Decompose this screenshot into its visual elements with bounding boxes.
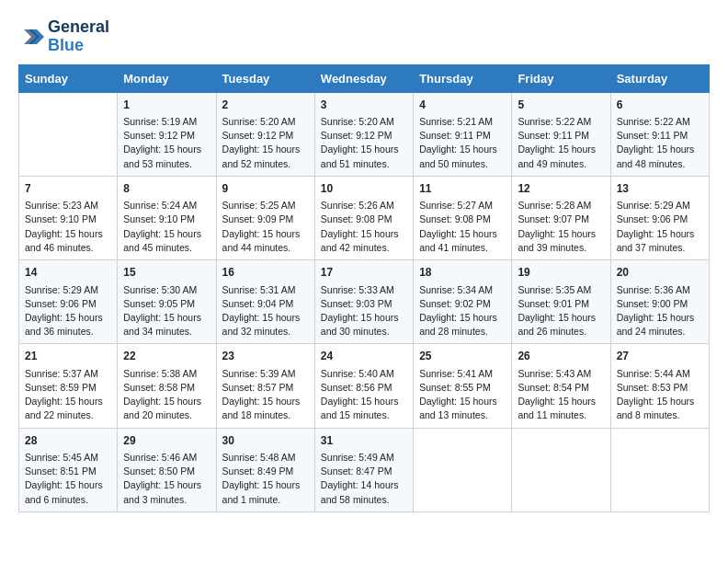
day-info-line: Sunset: 8:56 PM [321, 381, 407, 395]
day-info-line: Daylight: 15 hours [25, 227, 111, 241]
day-info-line: Daylight: 15 hours [222, 311, 309, 325]
day-info-line: Daylight: 15 hours [123, 311, 210, 325]
day-info-line: Sunset: 9:08 PM [419, 213, 506, 226]
header-day-friday: Friday [512, 64, 610, 92]
day-info-line: Daylight: 15 hours [617, 143, 703, 156]
day-info-line: Sunrise: 5:29 AM [25, 283, 111, 297]
header-day-sunday: Sunday [19, 64, 118, 92]
day-info-line: Sunset: 9:10 PM [25, 213, 111, 226]
day-info-line: Sunrise: 5:27 AM [419, 199, 506, 213]
day-info-line: Sunset: 9:05 PM [123, 297, 210, 311]
logo-line1: General [48, 18, 109, 37]
calendar-cell: 17Sunrise: 5:33 AMSunset: 9:03 PMDayligh… [314, 260, 413, 344]
day-info-line: Sunrise: 5:23 AM [25, 199, 111, 213]
day-number: 20 [617, 265, 703, 281]
day-info-line: Daylight: 15 hours [222, 143, 309, 156]
day-info-line: Sunrise: 5:44 AM [617, 367, 703, 381]
day-number: 13 [617, 181, 703, 197]
day-info-line: Daylight: 15 hours [321, 311, 407, 325]
day-info-line: Sunset: 9:12 PM [321, 129, 407, 143]
day-info-line: and 30 minutes. [321, 325, 407, 339]
day-number: 19 [518, 265, 604, 281]
day-number: 5 [518, 98, 604, 113]
calendar-cell: 23Sunrise: 5:39 AMSunset: 8:57 PMDayligh… [216, 344, 314, 428]
calendar-week-5: 28Sunrise: 5:45 AMSunset: 8:51 PMDayligh… [19, 428, 710, 511]
logo-line2: Blue [48, 37, 109, 55]
day-info-line: and 1 minute. [222, 493, 309, 507]
day-number: 23 [222, 349, 309, 364]
day-number: 16 [222, 265, 309, 281]
calendar-cell: 7Sunrise: 5:23 AMSunset: 9:10 PMDaylight… [19, 176, 118, 259]
day-info-line: and 45 minutes. [123, 241, 210, 255]
logo: General Blue [18, 18, 109, 55]
day-info-line: Sunrise: 5:22 AM [518, 115, 604, 129]
calendar-cell: 31Sunrise: 5:49 AMSunset: 8:47 PMDayligh… [314, 428, 413, 511]
day-info-line: and 46 minutes. [25, 241, 111, 255]
day-info-line: and 53 minutes. [123, 157, 210, 171]
calendar-cell [512, 428, 610, 511]
logo-text: General Blue [48, 18, 109, 55]
day-info-line: Sunrise: 5:30 AM [123, 283, 210, 297]
day-info-line: Sunrise: 5:34 AM [419, 283, 506, 297]
day-info-line: and 39 minutes. [518, 241, 604, 255]
calendar-cell [19, 92, 118, 176]
day-info-line: Sunset: 8:55 PM [419, 381, 506, 395]
day-info-line: Daylight: 15 hours [25, 311, 111, 325]
day-info-line: Sunset: 9:11 PM [617, 129, 703, 143]
calendar-cell: 11Sunrise: 5:27 AMSunset: 9:08 PMDayligh… [414, 176, 512, 259]
day-info-line: Daylight: 15 hours [321, 395, 407, 408]
day-info-line: and 49 minutes. [518, 157, 604, 171]
calendar-cell: 10Sunrise: 5:26 AMSunset: 9:08 PMDayligh… [314, 176, 413, 259]
day-info-line: Sunset: 8:51 PM [25, 465, 111, 478]
day-info-line: Daylight: 15 hours [222, 395, 309, 408]
day-info-line: and 32 minutes. [222, 325, 309, 339]
day-info-line: Sunrise: 5:28 AM [518, 199, 604, 213]
day-info-line: Daylight: 15 hours [518, 143, 604, 156]
day-info-line: Daylight: 14 hours [321, 478, 407, 492]
day-info-line: Sunrise: 5:20 AM [222, 115, 309, 129]
day-info-line: Sunrise: 5:24 AM [123, 199, 210, 213]
day-info-line: and 18 minutes. [222, 408, 309, 422]
day-info-line: and 15 minutes. [321, 408, 407, 422]
day-info-line: Sunset: 9:10 PM [123, 213, 210, 226]
day-info-line: Sunrise: 5:45 AM [25, 451, 111, 465]
day-info-line: Sunset: 9:04 PM [222, 297, 309, 311]
day-info-line: Daylight: 15 hours [617, 227, 703, 241]
day-info-line: and 44 minutes. [222, 241, 309, 255]
day-info-line: and 28 minutes. [419, 325, 506, 339]
header-day-tuesday: Tuesday [216, 64, 314, 92]
day-number: 14 [25, 265, 111, 281]
day-info-line: Sunset: 9:03 PM [321, 297, 407, 311]
day-info-line: and 48 minutes. [617, 157, 703, 171]
day-info-line: and 3 minutes. [123, 493, 210, 507]
header-day-monday: Monday [118, 64, 216, 92]
calendar-cell: 19Sunrise: 5:35 AMSunset: 9:01 PMDayligh… [512, 260, 610, 344]
day-number: 11 [419, 181, 506, 197]
calendar-cell: 5Sunrise: 5:22 AMSunset: 9:11 PMDaylight… [512, 92, 610, 176]
day-number: 7 [25, 181, 111, 197]
calendar-table: SundayMondayTuesdayWednesdayThursdayFrid… [18, 64, 710, 512]
calendar-cell: 30Sunrise: 5:48 AMSunset: 8:49 PMDayligh… [216, 428, 314, 511]
day-number: 6 [617, 98, 703, 113]
day-number: 22 [123, 349, 210, 364]
calendar-cell: 29Sunrise: 5:46 AMSunset: 8:50 PMDayligh… [118, 428, 216, 511]
day-info-line: Sunset: 8:54 PM [518, 381, 604, 395]
day-info-line: Sunset: 9:07 PM [518, 213, 604, 226]
day-info-line: Sunset: 8:57 PM [222, 381, 309, 395]
calendar-cell: 2Sunrise: 5:20 AMSunset: 9:12 PMDaylight… [216, 92, 314, 176]
day-info-line: Daylight: 15 hours [222, 227, 309, 241]
day-info-line: Sunrise: 5:31 AM [222, 283, 309, 297]
day-info-line: Sunrise: 5:49 AM [321, 451, 407, 465]
day-info-line: Sunrise: 5:36 AM [617, 283, 703, 297]
day-info-line: Sunrise: 5:48 AM [222, 451, 309, 465]
day-info-line: Sunset: 9:01 PM [518, 297, 604, 311]
calendar-week-2: 7Sunrise: 5:23 AMSunset: 9:10 PMDaylight… [19, 176, 710, 259]
day-number: 17 [321, 265, 407, 281]
calendar-cell: 9Sunrise: 5:25 AMSunset: 9:09 PMDaylight… [216, 176, 314, 259]
day-info-line: Sunrise: 5:43 AM [518, 367, 604, 381]
day-info-line: Daylight: 15 hours [617, 395, 703, 408]
day-number: 10 [321, 181, 407, 197]
day-number: 24 [321, 349, 407, 364]
day-info-line: and 42 minutes. [321, 241, 407, 255]
day-info-line: and 13 minutes. [419, 408, 506, 422]
